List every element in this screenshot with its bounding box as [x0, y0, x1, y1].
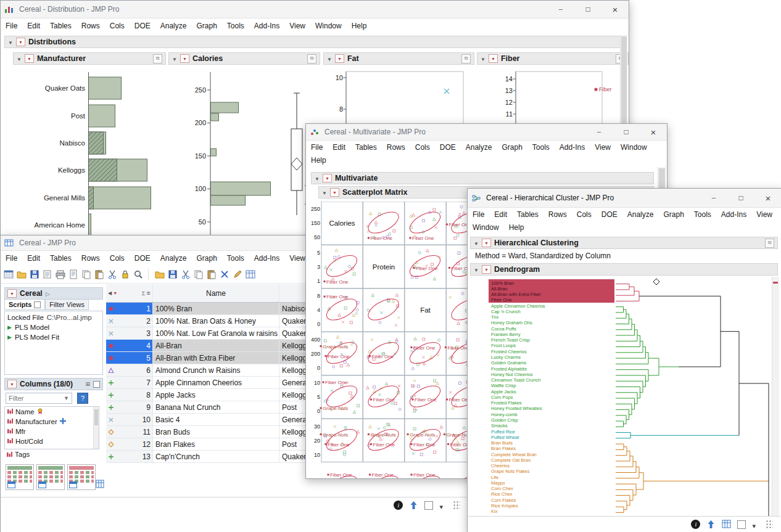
dendrogram-leaf-rice-krispies[interactable]: Rice Krispies	[491, 503, 518, 509]
dendrogram-leaf-froot-loops[interactable]: Froot Loops	[491, 343, 516, 348]
page-icon[interactable]	[68, 269, 79, 280]
panel-header-fiber[interactable]: Fiber	[477, 52, 629, 65]
disclosure-icon[interactable]	[17, 54, 22, 63]
dist-menu-doe[interactable]: DOE	[130, 20, 155, 31]
red-triangle-menu-icon[interactable]	[7, 380, 17, 388]
disclosure-icon[interactable]	[315, 174, 320, 182]
column-item-name[interactable]: Name	[5, 407, 99, 417]
disclosure-icon[interactable]	[481, 54, 486, 63]
row-header[interactable]: 10	[106, 414, 153, 425]
row-header[interactable]: 1	[106, 303, 153, 314]
dist-menu-help[interactable]: Help	[347, 20, 372, 31]
dist-menu-cols[interactable]: Cols	[105, 20, 130, 31]
name-cell[interactable]: 100% Nat. Low Fat Granola w raisins	[153, 327, 279, 339]
sum-icon[interactable]: Σ	[142, 290, 146, 297]
dendrogram-leaf-rice-chex[interactable]: Rice Chex	[491, 491, 513, 497]
multi-menu-doe[interactable]: DOE	[435, 142, 461, 153]
new-table-icon[interactable]	[3, 269, 14, 280]
distribution-titlebar[interactable]: Cereal - Distribution - JMP Pro	[1, 1, 629, 18]
tab-scripts[interactable]: Scripts	[4, 300, 45, 310]
dendrogram-leaf-lucky-charms[interactable]: Lucky Charms	[491, 354, 521, 360]
multi-menu-help[interactable]: Help	[306, 155, 331, 166]
close-button[interactable]	[601, 1, 629, 18]
maximize-button[interactable]	[727, 189, 754, 207]
column-item-manufacturer[interactable]: Manufacturer	[5, 417, 99, 427]
red-triangle-menu-icon[interactable]	[482, 239, 491, 247]
checkbox-icon[interactable]	[424, 501, 433, 510]
minimize-button[interactable]	[700, 189, 727, 207]
dendrogram-leaf-all-bran[interactable]: All-Bran	[491, 286, 508, 292]
name-cell[interactable]: Banana Nut Crunch	[153, 401, 279, 413]
multi-menu-graph[interactable]: Graph	[497, 142, 527, 153]
clear-icon[interactable]	[219, 269, 230, 280]
row-header[interactable]: 9	[106, 401, 153, 413]
red-triangle-menu-icon[interactable]	[489, 54, 498, 63]
dendrogram-leaf-cocoa-puffs[interactable]: Cocoa Puffs	[491, 326, 516, 332]
zoom-icon[interactable]	[133, 269, 144, 280]
multi-menu-rows[interactable]: Rows	[382, 142, 410, 153]
dendrogram-leaf-frosted-cheerios[interactable]: Frosted Cheerios	[491, 349, 527, 354]
columns-tools-icon[interactable]: ⊞	[85, 381, 90, 387]
dendrogram-leaf-puffed-rice[interactable]: Puffed Rice	[491, 429, 515, 435]
multi-menu-file[interactable]: File	[306, 142, 328, 153]
dendrogram-leaf-puffed-wheat[interactable]: Puffed Wheat	[491, 435, 519, 440]
disclosure-icon[interactable]	[474, 239, 479, 247]
name-cell[interactable]: Apple Jacks	[153, 389, 279, 401]
table-panel-header[interactable]: Cereal	[4, 287, 103, 300]
row-header[interactable]: 6	[106, 364, 153, 376]
cluster-menu-add-ins[interactable]: Add-Ins	[716, 209, 751, 220]
dendrogram-leaf-complete-wheat-bran[interactable]: Complete Wheat Bran	[491, 452, 537, 457]
distributions-report-header[interactable]: Distributions	[4, 36, 621, 48]
panel-tools-icon[interactable]	[307, 54, 316, 63]
name-cell[interactable]: 100% Bran	[153, 303, 279, 314]
dendrogram-cut-diamond[interactable]	[653, 279, 659, 285]
dendrogram-tree[interactable]	[616, 277, 777, 520]
panel-header-manufacturer[interactable]: Manufacturer	[13, 52, 166, 65]
multi-menu-analyze[interactable]: Analyze	[461, 142, 497, 153]
table-panel-toggle-icon[interactable]: ◀	[108, 290, 112, 296]
save-icon[interactable]	[29, 269, 40, 280]
checkbox-icon[interactable]	[737, 520, 746, 529]
table-menu-rows[interactable]: Rows	[76, 253, 105, 264]
table-menu-graph[interactable]: Graph	[191, 253, 221, 264]
disclosure-icon[interactable]	[8, 38, 13, 46]
dist-menu-add-ins[interactable]: Add-Ins	[249, 20, 284, 31]
column-item-mfr[interactable]: Mfr	[5, 427, 99, 436]
dendrogram-leaf-maypo[interactable]: Maypo	[491, 480, 505, 486]
red-triangle-menu-icon[interactable]	[25, 54, 34, 63]
column-item-tags[interactable]: Tags	[4, 449, 102, 459]
save-icon[interactable]	[167, 269, 178, 280]
row-header[interactable]: 4	[106, 340, 153, 351]
report-tools-icon[interactable]	[765, 239, 774, 248]
table-menu-analyze[interactable]: Analyze	[155, 253, 192, 264]
name-cell[interactable]: Bran Buds	[153, 426, 279, 438]
name-cell[interactable]: All-Bran with Extra Fiber	[153, 352, 279, 364]
table-menu-add-ins[interactable]: Add-Ins	[249, 253, 284, 264]
dendrogram-leaf-corn-flakes[interactable]: Corn Flakes	[491, 497, 516, 503]
name-cell[interactable]: Apple Cinnamon Cheerios	[153, 377, 279, 388]
fat-chart[interactable]: 108	[323, 67, 474, 126]
dist-menu-edit[interactable]: Edit	[22, 20, 45, 31]
info-icon[interactable]: i	[394, 501, 403, 510]
dendrogram-leaf-honey-graham-ohs[interactable]: Honey Graham Ohs	[491, 320, 532, 325]
name-column-header[interactable]: Name	[153, 284, 279, 302]
cluster-menu-edit[interactable]: Edit	[489, 209, 512, 220]
data-grid-icon[interactable]	[722, 520, 731, 528]
cluster-menu-tables[interactable]: Tables	[512, 209, 543, 220]
tab-filter-views[interactable]: Filter Views	[45, 300, 89, 310]
print-icon[interactable]	[55, 269, 66, 280]
cluster-menu-view[interactable]: View	[751, 209, 777, 220]
dendrogram-leaf-cinnamon-toast-crunch[interactable]: Cinnamon Toast Crunch	[491, 377, 540, 383]
dendrogram-leaf-golden-crisp[interactable]: Golden Crisp	[491, 417, 518, 423]
cluster-menu-window[interactable]: Window	[468, 222, 504, 233]
info-icon[interactable]: i	[691, 520, 700, 529]
name-cell[interactable]: Bran Flakes	[153, 438, 279, 450]
resize-grip[interactable]	[453, 501, 460, 509]
row-header[interactable]: 13	[106, 451, 153, 462]
cut-icon[interactable]	[180, 269, 191, 280]
dendrogram-leaf-cheerios[interactable]: Cheerios	[491, 463, 510, 469]
dendrogram-leaf-fiber-one[interactable]: Fiber One	[491, 297, 511, 303]
journal-icon[interactable]	[42, 269, 53, 280]
dendrogram-leaf-complete-oat-bran[interactable]: Complete Oat Bran	[491, 457, 531, 463]
script-item-pls-model[interactable]: ▶PLS Model	[7, 322, 100, 332]
